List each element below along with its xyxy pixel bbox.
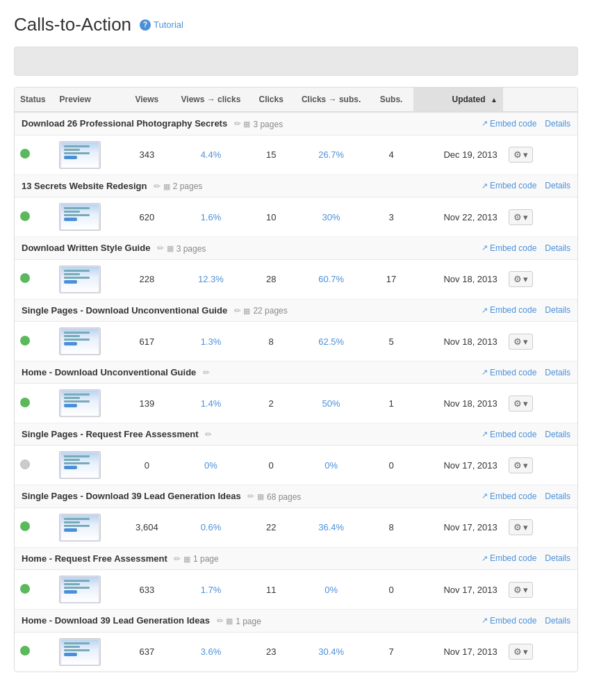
edit-icon[interactable]: ✏	[203, 368, 210, 377]
gear-button[interactable]: ⚙ ▾	[509, 519, 533, 535]
clicks-subs-cell: 50%	[293, 384, 369, 423]
details-link[interactable]: Details	[545, 430, 570, 439]
status-dot	[20, 211, 30, 221]
subs-cell: 0	[369, 570, 413, 610]
embed-code-link[interactable]: ↗ Embed code	[482, 491, 536, 501]
status-dot	[20, 336, 30, 345]
details-link[interactable]: Details	[545, 243, 570, 253]
cta-table: Status Preview Views Views → clicks Clic…	[15, 88, 577, 671]
group-row: Download 26 Professional Photography Sec…	[15, 112, 577, 135]
gear-button[interactable]: ⚙ ▾	[509, 396, 533, 412]
dropdown-arrow-icon: ▾	[523, 522, 528, 532]
views-clicks-cell: 1.7%	[173, 570, 249, 610]
edit-icon[interactable]: ✏	[247, 491, 254, 501]
gear-icon: ⚙	[513, 585, 522, 595]
dropdown-arrow-icon: ▾	[523, 646, 528, 657]
embed-code-link[interactable]: ↗ Embed code	[482, 368, 536, 377]
pages-badge: ▦ 2 pages	[163, 181, 203, 191]
views-cell: 633	[121, 570, 173, 610]
clicks-cell: 28	[249, 259, 293, 299]
gear-button[interactable]: ⚙ ▾	[509, 147, 533, 163]
gear-button[interactable]: ⚙ ▾	[509, 582, 533, 598]
group-name-cell: Home - Request Free Assessment ✏ ▦ 1 pag…	[15, 547, 413, 570]
preview-cell[interactable]	[54, 322, 120, 361]
pages-badge: ▦ 3 pages	[167, 244, 206, 254]
embed-code-link[interactable]: ↗ Embed code	[482, 243, 536, 253]
tutorial-label: Tutorial	[154, 19, 183, 30]
group-meta-cell: ↗ Embed code Details	[413, 299, 577, 322]
status-cell	[15, 446, 54, 485]
views-clicks-cell: 1.4%	[173, 384, 249, 423]
tutorial-link[interactable]: ? Tutorial	[140, 19, 183, 31]
preview-thumb[interactable]	[59, 576, 101, 603]
subs-cell: 4	[369, 135, 413, 174]
embed-code-link[interactable]: ↗ Embed code	[482, 305, 536, 315]
edit-icon[interactable]: ✏	[154, 181, 161, 191]
views-clicks-cell: 0%	[173, 446, 249, 485]
preview-thumb[interactable]	[59, 451, 101, 479]
group-name-cell: Home - Download Unconventional Guide ✏	[15, 361, 413, 384]
clicks-cell: 11	[249, 570, 293, 610]
gear-button[interactable]: ⚙ ▾	[509, 644, 533, 660]
details-link[interactable]: Details	[545, 616, 570, 626]
details-link[interactable]: Details	[545, 491, 570, 501]
group-meta-cell: ↗ Embed code Details	[413, 112, 577, 135]
preview-thumb[interactable]	[59, 514, 101, 542]
gear-button[interactable]: ⚙ ▾	[509, 271, 533, 287]
details-link[interactable]: Details	[545, 305, 570, 315]
details-link[interactable]: Details	[545, 368, 570, 377]
embed-code-link[interactable]: ↗ Embed code	[482, 553, 536, 563]
embed-code-link[interactable]: ↗ Embed code	[482, 119, 536, 129]
edit-icon[interactable]: ✏	[234, 119, 241, 129]
edit-icon[interactable]: ✏	[217, 616, 224, 626]
gear-button[interactable]: ⚙ ▾	[509, 334, 533, 350]
gear-button[interactable]: ⚙ ▾	[509, 209, 533, 225]
preview-cell[interactable]	[54, 384, 120, 423]
edit-icon[interactable]: ✏	[174, 554, 181, 564]
pages-badge: ▦ 3 pages	[243, 120, 283, 129]
updated-cell: Nov 18, 2013	[413, 384, 503, 423]
preview-cell[interactable]	[54, 135, 120, 174]
edit-icon[interactable]: ✏	[234, 306, 241, 316]
preview-thumb[interactable]	[59, 141, 101, 169]
views-clicks-cell: 1.6%	[173, 197, 249, 237]
gear-icon: ⚙	[513, 336, 522, 347]
clicks-subs-cell: 60.7%	[293, 259, 369, 299]
clicks-subs-cell: 36.4%	[293, 507, 369, 547]
preview-thumb[interactable]	[59, 266, 101, 293]
gear-button[interactable]: ⚙ ▾	[509, 457, 533, 473]
details-link[interactable]: Details	[545, 181, 570, 190]
group-meta-cell: ↗ Embed code Details	[413, 423, 577, 446]
col-header-views: Views	[121, 88, 173, 112]
preview-cell[interactable]	[54, 632, 120, 671]
status-cell	[15, 197, 54, 237]
group-row: Single Pages - Request Free Assessment ✏…	[15, 423, 577, 446]
views-cell: 637	[121, 632, 173, 671]
embed-code-link[interactable]: ↗ Embed code	[482, 181, 536, 190]
preview-thumb[interactable]	[59, 389, 101, 417]
edit-icon[interactable]: ✏	[157, 243, 164, 253]
pages-icon: ▦	[243, 120, 250, 129]
group-name: Home - Request Free Assessment	[22, 553, 167, 564]
embed-code-link[interactable]: ↗ Embed code	[482, 616, 536, 626]
group-name: Home - Download Unconventional Guide	[22, 367, 196, 377]
preview-thumb[interactable]	[59, 203, 101, 231]
embed-code-link[interactable]: ↗ Embed code	[482, 430, 536, 439]
edit-icon[interactable]: ✏	[205, 430, 212, 439]
views-cell: 0	[121, 446, 173, 485]
preview-thumb[interactable]	[59, 327, 101, 355]
preview-cell[interactable]	[54, 507, 120, 547]
preview-cell[interactable]	[54, 570, 120, 610]
preview-cell[interactable]	[54, 446, 120, 485]
preview-cell[interactable]	[54, 259, 120, 299]
status-dot	[20, 646, 30, 656]
details-link[interactable]: Details	[545, 119, 570, 129]
gear-icon: ⚙	[513, 398, 522, 409]
details-link[interactable]: Details	[545, 553, 570, 563]
col-header-updated[interactable]: Updated ▲	[413, 88, 503, 112]
preview-cell[interactable]	[54, 197, 120, 237]
table-row: 3,604 0.6% 22 36.4% 8 Nov 17, 2013 ⚙ ▾	[15, 507, 577, 547]
gear-icon: ⚙	[513, 149, 522, 160]
group-name-cell: Download Written Style Guide ✏ ▦ 3 pages	[15, 237, 413, 260]
preview-thumb[interactable]	[59, 638, 101, 666]
